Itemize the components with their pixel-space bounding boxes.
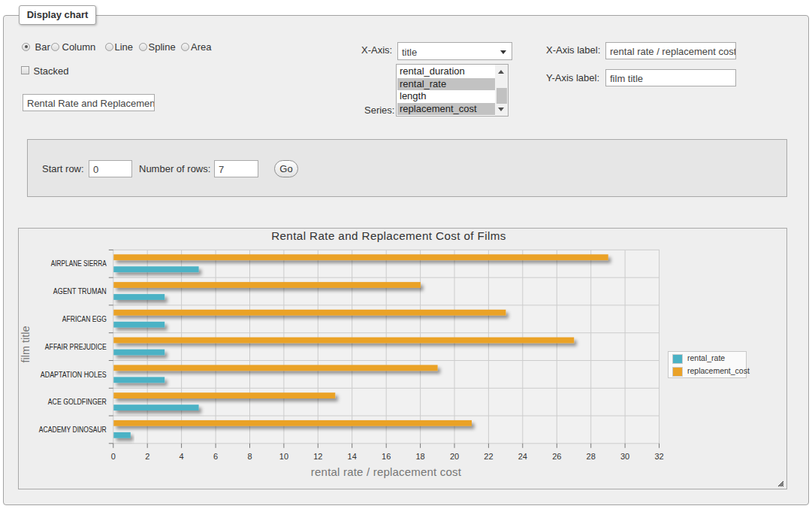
svg-text:26: 26 [552,452,561,461]
svg-text:rental rate / replacement cost: rental rate / replacement cost [311,465,462,478]
svg-text:ACADEMY DINOSAUR: ACADEMY DINOSAUR [39,426,107,434]
svg-text:22: 22 [484,452,493,461]
svg-text:2: 2 [145,452,149,461]
svg-text:AGENT TRUMAN: AGENT TRUMAN [53,287,107,295]
svg-text:12: 12 [313,452,322,461]
svg-text:30: 30 [620,452,629,461]
svg-text:24: 24 [518,452,527,461]
svg-text:ADAPTATION HOLES: ADAPTATION HOLES [41,371,107,379]
svg-text:4: 4 [180,452,184,461]
svg-text:AFFAIR PREJUDICE: AFFAIR PREJUDICE [45,343,107,351]
svg-text:8: 8 [247,452,252,461]
svg-text:18: 18 [415,452,424,461]
svg-text:AIRPLANE SIERRA: AIRPLANE SIERRA [51,259,107,268]
svg-text:16: 16 [382,452,391,461]
svg-text:32: 32 [654,452,663,461]
svg-text:0: 0 [111,452,116,461]
svg-text:28: 28 [587,452,596,461]
svg-text:film title: film title [20,326,32,362]
svg-text:14: 14 [348,452,357,461]
svg-text:Rental Rate and Replacement Co: Rental Rate and Replacement Cost of Film… [271,229,506,242]
svg-text:20: 20 [450,452,459,461]
svg-text:AFRICAN EGG: AFRICAN EGG [62,315,107,323]
svg-text:6: 6 [213,452,218,461]
svg-text:ACE GOLDFINGER: ACE GOLDFINGER [48,398,107,406]
svg-text:10: 10 [279,452,288,461]
